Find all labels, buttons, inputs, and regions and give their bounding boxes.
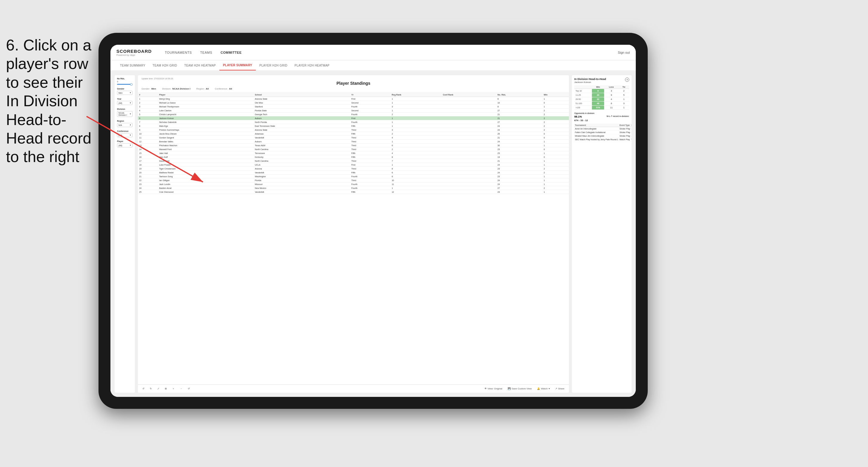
nav-committee[interactable]: COMMITTEE xyxy=(216,51,246,54)
table-row[interactable]: 4 Luke Clanton Florida State Second 1 27… xyxy=(138,108,569,113)
table-row[interactable]: 3 Michael Thorbjornsen Stanford Fourth 3… xyxy=(138,105,569,108)
filters-panel: No Rds. 6 Gender Men ▾ Year xyxy=(115,75,135,393)
logo-powered: Powered by clippi xyxy=(116,54,152,56)
h2h-table-header: Win Loss Tie xyxy=(574,85,629,89)
slider-track[interactable] xyxy=(117,84,132,85)
tournament-row: Amer Ari Intercollegiate Stroke Play 4 -… xyxy=(574,127,631,131)
table-row[interactable]: 10 Jacob Mou-Olesen Arkansas Fifth 2 25 … xyxy=(138,132,569,136)
col-num: # xyxy=(138,93,158,97)
standings-title: Player Standings xyxy=(142,81,565,86)
filter-region: Region N/A ▾ xyxy=(117,120,132,127)
h2h-row: 26-50 22 4 1 xyxy=(574,97,629,101)
filter-no-rds: No Rds. 6 xyxy=(117,77,132,85)
table-row[interactable]: 22 Ian Gilligan Florida Third 10 24 1 xyxy=(138,179,569,182)
table-row[interactable]: 11 Gordon Sargent Vanderbilt Third 4 21 … xyxy=(138,136,569,139)
watch-btn[interactable]: 🔔 Watch ▾ xyxy=(535,387,551,391)
table-row[interactable]: 12 Brendan Valles Auburn Third 1 24 1 xyxy=(138,139,569,144)
sub-nav-team-h2h-grid[interactable]: TEAM H2H GRID xyxy=(149,60,181,70)
col-reg-rank: Reg Rank xyxy=(391,93,441,97)
standings-table: # Player School Yr Reg Rank Conf Rank No… xyxy=(138,93,569,384)
redo-btn[interactable]: ↻ xyxy=(148,387,153,391)
table-row[interactable]: 15 Jake Hall Tennessee Fifth 4 23 1 xyxy=(138,151,569,155)
division-control[interactable]: NCAA Division I ▾ xyxy=(117,111,132,117)
table-row[interactable]: 18 Luke Powell UCLA First 1 24 1 xyxy=(138,163,569,167)
table-row[interactable]: 23 Jack Lundin Missouri Fourth 11 24 1 xyxy=(138,182,569,186)
table-row[interactable]: 8 Mats Ege East Tennessee State Fifth 1 … xyxy=(138,124,569,128)
conference-label: Conference xyxy=(117,130,132,132)
view-original-btn[interactable]: 👁 View: Original xyxy=(483,387,504,391)
col-school: School xyxy=(254,93,350,97)
gender-control[interactable]: Men ▾ xyxy=(117,91,132,95)
year-control[interactable]: (All) ▾ xyxy=(117,101,132,105)
table-row[interactable]: 25 Cole Sherwood Vanderbilt Fifth 12 23 … xyxy=(138,190,569,194)
logo-area: SCOREBOARD Powered by clippi xyxy=(116,49,152,56)
sign-out[interactable]: Sign out xyxy=(618,51,630,54)
table-row[interactable]: 20 Matthew Riedel Vanderbilt Fifth 6 24 … xyxy=(138,171,569,175)
close-h2h-btn[interactable]: ✕ xyxy=(625,77,629,82)
h2h-header: In Division Head-to-Head Jackson Koivun … xyxy=(574,77,629,84)
h2h-stats-table: Win Loss Tie Top 10 8 3 2 11-25 20 9 5 2… xyxy=(574,85,629,110)
copy-btn[interactable]: ⊞ xyxy=(163,387,168,391)
opponents-pct-row: Opponents in division: xyxy=(574,112,629,114)
wlt-value: 674 - 33 - 12 xyxy=(574,119,629,122)
filter-gender-display: Gender: Men xyxy=(142,87,156,90)
table-row[interactable]: 21 Taehoon Song Washington Fourth 6 23 1 xyxy=(138,175,569,179)
sub-nav-player-h2h-grid[interactable]: PLAYER H2H GRID xyxy=(256,60,291,70)
conference-control[interactable]: (All) ▾ xyxy=(117,133,132,137)
h2h-panel: In Division Head-to-Head Jackson Koivun … xyxy=(572,75,631,393)
col-win: Win xyxy=(542,93,569,97)
sub-nav-player-h2h-heatmap[interactable]: PLAYER H2H HEATMAP xyxy=(291,60,333,70)
table-row[interactable]: 16 Alex Goff Kentucky Fifth 8 19 0 xyxy=(138,155,569,159)
table-row[interactable]: 5 Christo Lamprecht Georgia Tech Fourth … xyxy=(138,113,569,116)
filter-gender: Gender Men ▾ xyxy=(117,88,132,95)
year-label: Year xyxy=(117,98,132,100)
tablet-screen: SCOREBOARD Powered by clippi TOURNAMENTS… xyxy=(111,45,636,397)
region-control[interactable]: N/A ▾ xyxy=(117,123,132,127)
filter-division-display: Division: NCAA Division I xyxy=(162,87,190,90)
filter-conference-display: Conference: All xyxy=(215,87,232,90)
filter-conference: Conference (All) ▾ xyxy=(117,130,132,137)
zoom-in-btn[interactable]: ＋ xyxy=(171,386,176,391)
sub-nav: TEAM SUMMARY TEAM H2H GRID TEAM H2H HEAT… xyxy=(111,60,636,71)
reset-btn[interactable]: ⤢ xyxy=(156,387,161,391)
table-header-row: # Player School Yr Reg Rank Conf Rank No… xyxy=(138,93,569,97)
main-content: No Rds. 6 Gender Men ▾ Year xyxy=(111,71,636,397)
tournament-row: Mirabel Maui Jim Intercollegiate Stroke … xyxy=(574,134,631,138)
save-custom-btn[interactable]: 💾 Save Custom View xyxy=(506,387,533,391)
player-control[interactable]: (All) ▾ xyxy=(117,143,132,147)
division-label: Division xyxy=(117,108,132,110)
table-row[interactable]: 2 Michael La Sasso Ole Miss Second 1 10 … xyxy=(138,101,569,105)
top-nav: SCOREBOARD Powered by clippi TOURNAMENTS… xyxy=(111,45,636,60)
table-row[interactable]: 9 Preston Summerhays Arizona State Third… xyxy=(138,128,569,132)
tournament-header-row: Tournament Event Type Pos Score xyxy=(574,124,631,127)
sub-nav-player-summary[interactable]: PLAYER SUMMARY xyxy=(219,60,256,70)
sub-nav-team-summary[interactable]: TEAM SUMMARY xyxy=(116,60,149,70)
h2h-row: >100 578 11 1 xyxy=(574,106,629,110)
tournament-table: Tournament Event Type Pos Score Amer Ari… xyxy=(574,124,631,142)
filter-row: Gender: Men Division: NCAA Division I Re… xyxy=(142,87,565,91)
undo-btn[interactable]: ↺ xyxy=(141,387,146,391)
gender-label: Gender xyxy=(117,88,132,90)
share-icon: ↗ xyxy=(555,387,557,390)
table-row[interactable]: 13 Phichaksn Maichon Texas A&M Third 6 3… xyxy=(138,144,569,147)
filter-region-display: Region: All xyxy=(196,87,209,90)
save-icon: 💾 xyxy=(508,387,511,390)
refresh-btn[interactable]: ↺ xyxy=(186,387,191,391)
share-btn[interactable]: ↗ Share xyxy=(554,387,566,391)
tournament-row: SEC Match Play hosted by Jerry Pate Roun… xyxy=(574,138,631,142)
h2h-title-area: In Division Head-to-Head Jackson Koivun xyxy=(574,77,606,84)
table-row[interactable]: 1 Wenyi Ding Arizona State First 1 8 1 xyxy=(138,97,569,101)
col-conf-rank: Conf Rank xyxy=(442,93,496,97)
bottom-toolbar: ↺ ↻ ⤢ ⊞ ＋ － ↺ 👁 View: Original 💾 Save Cu… xyxy=(138,384,569,393)
zoom-out-btn[interactable]: － xyxy=(179,386,184,391)
sub-nav-team-h2h-heatmap[interactable]: TEAM H2H HEATMAP xyxy=(181,60,219,70)
h2h-player: Jackson Koivun xyxy=(574,81,606,84)
table-row[interactable]: 7 Nicholas Gabrelcik North Florida Fourt… xyxy=(138,120,569,124)
table-row[interactable]: 17 David Ford North Carolina Third 7 21 … xyxy=(138,159,569,163)
nav-teams[interactable]: TEAMS xyxy=(196,51,216,54)
table-row[interactable]: 19 Tiger Christensen Arizona Third 8 23 … xyxy=(138,167,569,171)
nav-tournaments[interactable]: TOURNAMENTS xyxy=(161,51,196,54)
table-row[interactable]: 6 Jackson Koivun Auburn First 1 21 2 xyxy=(138,116,569,120)
table-row[interactable]: 24 Bastien Amat New Mexico Fourth 1 27 2 xyxy=(138,186,569,190)
table-row[interactable]: 14 Maxwell Ford North Carolina Third 2 2… xyxy=(138,147,569,151)
